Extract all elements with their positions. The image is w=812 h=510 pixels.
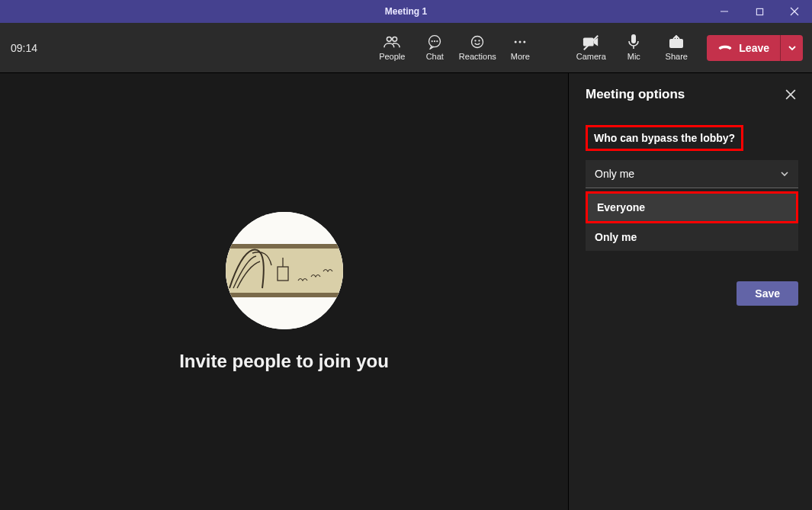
camera-label: Camera (576, 52, 606, 61)
people-button[interactable]: People (371, 23, 413, 72)
mic-label: Mic (627, 52, 640, 61)
minimize-button[interactable] (707, 0, 742, 23)
more-label: More (511, 52, 530, 61)
chevron-down-icon (780, 169, 789, 178)
meeting-options-panel: Meeting options Who can bypass the lobby… (568, 73, 812, 510)
close-button[interactable] (777, 0, 812, 23)
meeting-toolbar: 09:14 People Chat Reactions More (0, 23, 812, 73)
people-icon (384, 34, 400, 50)
reactions-button[interactable]: Reactions (456, 23, 499, 72)
meeting-stage: Invite people to join you (0, 73, 568, 510)
more-button[interactable]: More (499, 23, 541, 72)
toolbar-group-actions: People Chat Reactions More (371, 23, 541, 72)
chat-icon (427, 34, 442, 50)
svg-rect-16 (583, 38, 594, 47)
content-area: Invite people to join you Meeting option… (0, 73, 812, 510)
toolbar-group-av: Camera Mic Share (570, 23, 698, 72)
panel-close-button[interactable] (783, 87, 798, 102)
avatar (226, 212, 343, 329)
leave-group: Leave (707, 35, 803, 61)
svg-rect-17 (631, 34, 636, 43)
leave-chevron-button[interactable] (780, 35, 803, 61)
svg-point-12 (479, 40, 480, 41)
share-button[interactable]: Share (655, 23, 698, 72)
leave-button[interactable]: Leave (707, 35, 780, 61)
svg-point-4 (387, 37, 392, 41)
bypass-lobby-select[interactable]: Only me (586, 160, 798, 188)
more-icon (512, 34, 528, 50)
save-label: Save (755, 287, 780, 300)
maximize-button[interactable] (742, 0, 777, 23)
bypass-lobby-dropdown: Everyone Only me (586, 191, 798, 251)
chat-button[interactable]: Chat (413, 23, 456, 72)
panel-header: Meeting options (586, 87, 798, 102)
window-title: Meeting 1 (385, 6, 427, 17)
svg-rect-23 (226, 293, 343, 297)
window-controls (707, 0, 812, 23)
svg-rect-1 (756, 8, 762, 14)
svg-point-13 (515, 41, 517, 43)
svg-point-11 (475, 40, 476, 41)
hangup-icon (717, 41, 733, 54)
svg-rect-22 (226, 244, 343, 249)
avatar-image (226, 212, 343, 329)
bypass-lobby-label: Who can bypass the lobby? (586, 125, 743, 151)
svg-rect-21 (226, 244, 343, 297)
svg-point-8 (435, 41, 435, 42)
people-label: People (379, 52, 405, 61)
invite-heading: Invite people to join you (179, 351, 389, 372)
panel-title: Meeting options (586, 87, 685, 102)
svg-point-5 (393, 37, 397, 41)
share-label: Share (666, 52, 688, 61)
svg-point-7 (432, 41, 433, 42)
reactions-label: Reactions (459, 52, 496, 61)
camera-button[interactable]: Camera (570, 23, 612, 72)
leave-label: Leave (739, 42, 769, 54)
chevron-down-icon (788, 43, 797, 53)
svg-point-15 (524, 41, 526, 43)
svg-point-9 (437, 41, 438, 42)
mic-icon (627, 34, 640, 50)
svg-point-10 (472, 37, 483, 48)
select-value: Only me (595, 168, 634, 180)
option-only-me[interactable]: Only me (586, 223, 798, 251)
svg-point-14 (519, 41, 522, 43)
share-icon (669, 34, 684, 50)
mic-button[interactable]: Mic (612, 23, 655, 72)
meeting-timer: 09:14 (11, 42, 37, 54)
option-label: Only me (595, 231, 637, 243)
reactions-icon (470, 34, 485, 50)
option-everyone[interactable]: Everyone (586, 191, 798, 223)
save-button[interactable]: Save (737, 281, 798, 306)
chat-label: Chat (426, 52, 444, 61)
option-label: Everyone (597, 201, 645, 213)
close-icon (785, 89, 796, 100)
camera-off-icon (583, 34, 599, 50)
titlebar: Meeting 1 (0, 0, 812, 23)
